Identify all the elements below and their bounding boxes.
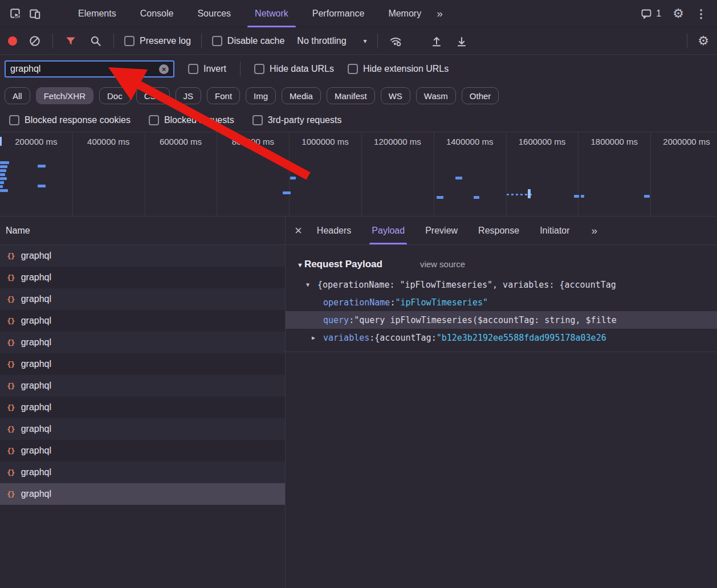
clear-filter-icon[interactable]: × bbox=[159, 64, 169, 74]
invert-checkbox[interactable]: Invert bbox=[188, 64, 226, 74]
toolbar-right-cluster: 1 ⚙ ⋮ bbox=[641, 6, 711, 21]
type-chip[interactable]: WS bbox=[381, 87, 410, 104]
type-chip[interactable]: Manifest bbox=[327, 87, 375, 104]
details-tab[interactable]: Preview bbox=[425, 217, 458, 244]
waterfall-bar bbox=[455, 177, 462, 179]
import-har-icon[interactable] bbox=[429, 31, 444, 51]
request-row[interactable]: {} graphql bbox=[0, 483, 285, 505]
main-tab[interactable]: Sources bbox=[185, 0, 243, 27]
request-row[interactable]: {} graphql bbox=[0, 440, 285, 462]
console-messages-indicator[interactable]: 1 bbox=[641, 8, 661, 19]
request-row[interactable]: {} graphql bbox=[0, 332, 285, 353]
main-tab[interactable]: Network bbox=[243, 0, 300, 27]
fetch-xhr-icon: {} bbox=[7, 403, 15, 412]
checkbox-box bbox=[188, 64, 198, 74]
request-row[interactable]: {} graphql bbox=[0, 288, 285, 310]
payload-entry[interactable]: operationName: "ipFlowTimeseries" bbox=[286, 293, 717, 311]
waterfall-bar bbox=[437, 196, 443, 199]
hide-data-urls-checkbox[interactable]: Hide data URLs bbox=[254, 64, 334, 74]
checkbox-box bbox=[149, 115, 159, 125]
waterfall-bar bbox=[0, 173, 5, 176]
payload-entry[interactable]: query: "query ipFlowTimeseries($accountT… bbox=[286, 311, 717, 329]
extra-filter-checkbox[interactable]: Blocked response cookies bbox=[9, 115, 131, 125]
filter-icon[interactable] bbox=[63, 31, 78, 51]
type-chip[interactable]: JS bbox=[176, 87, 202, 104]
more-tabs-icon[interactable]: » bbox=[437, 7, 443, 20]
network-settings-gear-icon[interactable]: ⚙ bbox=[698, 34, 709, 48]
export-har-icon[interactable] bbox=[454, 31, 469, 51]
request-row[interactable]: {} graphql bbox=[0, 353, 285, 375]
filter-input[interactable] bbox=[10, 64, 159, 74]
waterfall-bar bbox=[0, 169, 6, 172]
main-tab[interactable]: Console bbox=[128, 0, 186, 27]
key-value-separator: : bbox=[349, 315, 354, 325]
view-source-link[interactable]: view source bbox=[420, 259, 465, 269]
type-chip[interactable]: All bbox=[5, 87, 30, 104]
details-tab[interactable]: Initiator bbox=[540, 217, 569, 244]
throttling-dropdown[interactable]: No throttling ▾ bbox=[297, 36, 366, 46]
request-payload-section[interactable]: ▼ Request Payload view source bbox=[297, 259, 717, 270]
network-conditions-icon[interactable] bbox=[388, 31, 403, 51]
payload-root-preview[interactable]: ▼ {operationName: "ipFlowTimeseries", va… bbox=[286, 276, 717, 293]
main-tab[interactable]: Memory bbox=[376, 0, 433, 27]
details-tab[interactable]: Payload bbox=[372, 217, 405, 244]
fetch-xhr-icon: {} bbox=[7, 317, 15, 325]
extra-filter-checkbox[interactable]: Blocked requests bbox=[149, 115, 234, 125]
request-row[interactable]: {} graphql bbox=[0, 245, 285, 267]
toolbar-divider bbox=[377, 34, 378, 48]
record-network-log-button[interactable] bbox=[8, 36, 17, 46]
invert-label: Invert bbox=[203, 64, 226, 74]
main-tabs: ElementsConsoleSourcesNetworkPerformance… bbox=[66, 0, 433, 27]
waterfall-bar bbox=[574, 195, 579, 198]
extra-filters-row: Blocked response cookies Blocked request… bbox=[0, 108, 717, 132]
waterfall-bar bbox=[0, 137, 2, 146]
details-tab[interactable]: Headers bbox=[317, 217, 351, 244]
clear-network-log-icon[interactable] bbox=[27, 31, 42, 51]
search-icon[interactable] bbox=[88, 31, 103, 51]
hide-data-urls-label: Hide data URLs bbox=[270, 64, 334, 74]
extra-filter-checkbox[interactable]: 3rd-party requests bbox=[252, 115, 342, 125]
hide-extension-urls-label: Hide extension URLs bbox=[363, 64, 449, 74]
request-name: graphql bbox=[21, 402, 51, 413]
type-chip[interactable]: Font bbox=[207, 87, 240, 104]
device-toolbar-icon[interactable] bbox=[25, 4, 44, 23]
close-details-icon[interactable]: × bbox=[295, 224, 302, 237]
network-overview-timeline[interactable]: 200000 ms400000 ms600000 ms800000 ms1000… bbox=[0, 132, 717, 217]
main-tab[interactable]: Elements bbox=[66, 0, 128, 27]
waterfall-bar bbox=[0, 189, 8, 192]
request-row[interactable]: {} graphql bbox=[0, 462, 285, 483]
settings-gear-icon[interactable]: ⚙ bbox=[673, 6, 684, 21]
hide-extension-urls-checkbox[interactable]: Hide extension URLs bbox=[348, 64, 449, 74]
type-chip[interactable]: Wasm bbox=[416, 87, 456, 104]
type-chip[interactable]: CSS bbox=[136, 87, 170, 104]
name-column-header[interactable]: Name bbox=[0, 217, 285, 245]
request-row[interactable]: {} graphql bbox=[0, 310, 285, 332]
type-chip[interactable]: Other bbox=[462, 87, 499, 104]
details-tab[interactable]: Response bbox=[478, 217, 519, 244]
request-row[interactable]: {} graphql bbox=[0, 397, 285, 418]
request-row[interactable]: {} graphql bbox=[0, 375, 285, 397]
timeline-label: 1800000 ms bbox=[578, 137, 650, 146]
filter-input-box: × bbox=[5, 60, 174, 77]
request-row[interactable]: {} graphql bbox=[0, 267, 285, 288]
payload-entry[interactable]: ▶variables: {accountTag: "b12e3b2192ee55… bbox=[286, 329, 717, 346]
expand-triangle-icon[interactable]: ▶ bbox=[312, 334, 315, 341]
type-chip[interactable]: Fetch/XHR bbox=[36, 87, 93, 104]
fetch-xhr-icon: {} bbox=[7, 338, 15, 347]
type-chip[interactable]: Img bbox=[246, 87, 276, 104]
more-details-tabs-icon[interactable]: » bbox=[592, 224, 598, 237]
extra-filter-label: Blocked requests bbox=[164, 115, 234, 125]
preserve-log-checkbox[interactable]: Preserve log bbox=[124, 36, 191, 46]
request-row[interactable]: {} graphql bbox=[0, 418, 285, 440]
request-name: graphql bbox=[21, 294, 51, 304]
type-chip[interactable]: Media bbox=[282, 87, 321, 104]
preserve-log-label: Preserve log bbox=[140, 36, 191, 46]
type-chip[interactable]: Doc bbox=[99, 87, 131, 104]
inspect-element-icon[interactable] bbox=[6, 4, 25, 23]
disable-cache-checkbox[interactable]: Disable cache bbox=[212, 36, 285, 46]
kebab-menu-icon[interactable]: ⋮ bbox=[695, 7, 707, 21]
waterfall-bar bbox=[0, 177, 7, 180]
main-tab[interactable]: Performance bbox=[300, 0, 377, 27]
waterfall-bar bbox=[528, 189, 531, 198]
timeline-label: 600000 ms bbox=[145, 137, 217, 146]
